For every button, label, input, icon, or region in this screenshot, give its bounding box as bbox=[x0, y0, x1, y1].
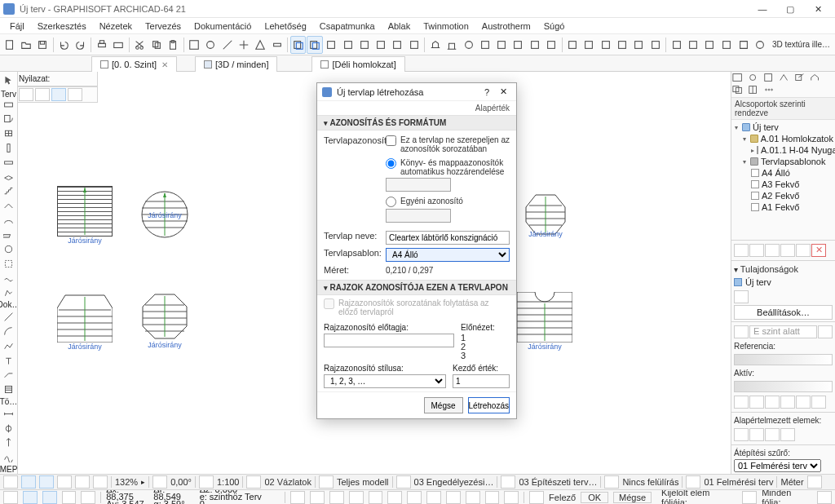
tb-open-icon[interactable] bbox=[18, 36, 33, 54]
tree-item[interactable]: A3 Fekvő bbox=[733, 179, 833, 190]
tb-redo-icon[interactable] bbox=[73, 36, 88, 54]
menu-team[interactable]: Csapatmunka bbox=[313, 20, 382, 33]
menu-views[interactable]: Nézetek bbox=[93, 20, 139, 33]
tb-generic-icon[interactable] bbox=[390, 36, 405, 54]
nav-layout-icon[interactable] bbox=[763, 73, 778, 84]
trace-ref-select[interactable]: E szint alatt bbox=[749, 325, 817, 338]
trace-c-icon[interactable] bbox=[765, 396, 780, 409]
dialog-titlebar[interactable]: Új tervlap létrehozása ? ✕ bbox=[317, 83, 516, 101]
tb-generic-icon[interactable] bbox=[685, 36, 700, 54]
tb-generic-icon[interactable] bbox=[581, 36, 597, 54]
cb-icon[interactable] bbox=[466, 491, 480, 504]
tab-elevation[interactable]: [Déli homlokzat] bbox=[311, 56, 404, 72]
trace-on-icon[interactable] bbox=[734, 325, 749, 338]
cb-icon[interactable] bbox=[504, 491, 519, 504]
menu-file[interactable]: Fájl bbox=[3, 20, 31, 33]
model-icon[interactable] bbox=[319, 475, 334, 489]
tb-new-icon[interactable] bbox=[2, 36, 17, 54]
trace-opt-icon[interactable] bbox=[818, 325, 833, 338]
column-tool-icon[interactable] bbox=[2, 141, 16, 155]
window-close[interactable]: ✕ bbox=[804, 1, 832, 17]
tb-plot-icon[interactable] bbox=[111, 36, 126, 54]
tb-generic-icon[interactable] bbox=[702, 36, 718, 54]
tb-generic-icon[interactable] bbox=[527, 36, 542, 54]
tb-generic-icon[interactable] bbox=[269, 36, 285, 54]
window-maximize[interactable]: ▢ bbox=[776, 1, 804, 17]
tb-generic-icon[interactable] bbox=[598, 36, 613, 54]
model-value[interactable]: Teljes modell bbox=[337, 477, 389, 487]
nav-more-icon[interactable] bbox=[763, 85, 778, 96]
cb-icon[interactable] bbox=[446, 491, 461, 504]
renovation-filter-select[interactable]: 01 Felmérési terv bbox=[734, 459, 821, 472]
slab-tool-icon[interactable] bbox=[2, 170, 16, 184]
tb-generic-icon[interactable] bbox=[203, 36, 219, 54]
beam-tool-icon[interactable] bbox=[2, 156, 16, 170]
tb-section-icon[interactable] bbox=[444, 36, 460, 54]
defaults-link[interactable]: Alapérték bbox=[317, 101, 516, 115]
tb-generic-icon[interactable] bbox=[461, 36, 476, 54]
level-tool-icon[interactable] bbox=[2, 422, 16, 435]
view-icon[interactable] bbox=[246, 475, 261, 489]
geom-option-icon[interactable] bbox=[68, 88, 82, 101]
tree-item[interactable]: A2 Fekvő bbox=[733, 190, 833, 201]
nav-project-icon[interactable] bbox=[732, 73, 747, 84]
label-tool-icon[interactable] bbox=[2, 369, 16, 382]
tree-item[interactable]: A4 Álló bbox=[733, 167, 833, 179]
trace-value[interactable]: Nincs felülírás bbox=[622, 477, 678, 487]
tab-3d[interactable]: [3D / minden] bbox=[195, 56, 277, 72]
tb-generic-icon[interactable] bbox=[718, 36, 734, 54]
cb-icon[interactable] bbox=[290, 491, 305, 504]
section-drawing-id[interactable]: RAJZOK AZONOSÍTÓJA EZEN A TERVLAPON bbox=[317, 280, 516, 295]
zone-tool-icon[interactable] bbox=[2, 257, 16, 271]
geom-option-icon[interactable] bbox=[35, 88, 50, 101]
navigator-header[interactable]: Alcsoportok szerinti rendezve bbox=[731, 98, 835, 120]
cb-icon[interactable] bbox=[3, 491, 18, 504]
prefix-input[interactable] bbox=[324, 334, 454, 347]
unit-value[interactable]: Méter bbox=[780, 477, 803, 487]
tb-undo-icon[interactable] bbox=[56, 36, 72, 54]
tb-generic-icon[interactable] bbox=[324, 36, 339, 54]
def-d-icon[interactable] bbox=[780, 428, 795, 441]
tree-folder[interactable]: ▾A.01 Homlokzatok bbox=[733, 133, 833, 144]
nav-publisher-icon[interactable] bbox=[779, 73, 793, 84]
trace-e-icon[interactable] bbox=[796, 396, 811, 409]
nav-home-icon[interactable] bbox=[810, 73, 824, 84]
trace-b-icon[interactable] bbox=[749, 396, 764, 409]
tb-generic-icon[interactable] bbox=[340, 36, 356, 54]
stair-tool-icon[interactable] bbox=[2, 184, 16, 198]
tb-print-icon[interactable] bbox=[94, 36, 109, 54]
tb-trace-icon[interactable] bbox=[290, 36, 306, 54]
angle-value[interactable]: 0,00° bbox=[170, 477, 192, 487]
trace-f-icon[interactable] bbox=[811, 396, 826, 409]
cb-icon[interactable] bbox=[369, 491, 383, 504]
build-value[interactable]: 03 Építészeti terv… bbox=[519, 477, 597, 487]
cb-icon[interactable] bbox=[387, 491, 402, 504]
trace-d-icon[interactable] bbox=[780, 396, 795, 409]
tb-generic-icon[interactable] bbox=[477, 36, 493, 54]
menu-help[interactable]: Súgó bbox=[537, 20, 572, 33]
help-icon[interactable]: ? bbox=[479, 87, 495, 97]
menu-edit[interactable]: Szerkesztés bbox=[31, 20, 93, 33]
tb-copy-icon[interactable] bbox=[148, 36, 164, 54]
survey-icon[interactable] bbox=[686, 475, 700, 489]
tb-generic-icon[interactable] bbox=[510, 36, 526, 54]
menu-options[interactable]: Lehetőség bbox=[258, 20, 312, 33]
close-icon[interactable]: ✕ bbox=[161, 60, 168, 69]
cb-icon[interactable] bbox=[485, 491, 500, 504]
rule-icon[interactable] bbox=[396, 475, 411, 489]
skip-id-checkbox[interactable] bbox=[386, 135, 396, 146]
section-id-format[interactable]: AZONOSÍTÁS ÉS FORMÁTUM bbox=[317, 115, 516, 130]
layout-name-input[interactable] bbox=[386, 231, 510, 245]
cb-icon[interactable] bbox=[329, 491, 344, 504]
nav-up-icon[interactable] bbox=[765, 244, 780, 257]
skylight-tool-icon[interactable] bbox=[2, 228, 16, 242]
nav-clone-icon[interactable] bbox=[732, 85, 747, 96]
roof-tool-icon[interactable] bbox=[2, 199, 16, 213]
tb-generic-icon[interactable] bbox=[631, 36, 647, 54]
nav-book-icon[interactable] bbox=[748, 85, 762, 96]
arc-tool-icon[interactable] bbox=[2, 325, 16, 338]
nav-down-icon[interactable] bbox=[780, 244, 795, 257]
scale-value[interactable]: 1:100 bbox=[217, 477, 240, 487]
menu-window[interactable]: Ablak bbox=[382, 20, 418, 33]
tb-paste-icon[interactable] bbox=[165, 36, 180, 54]
